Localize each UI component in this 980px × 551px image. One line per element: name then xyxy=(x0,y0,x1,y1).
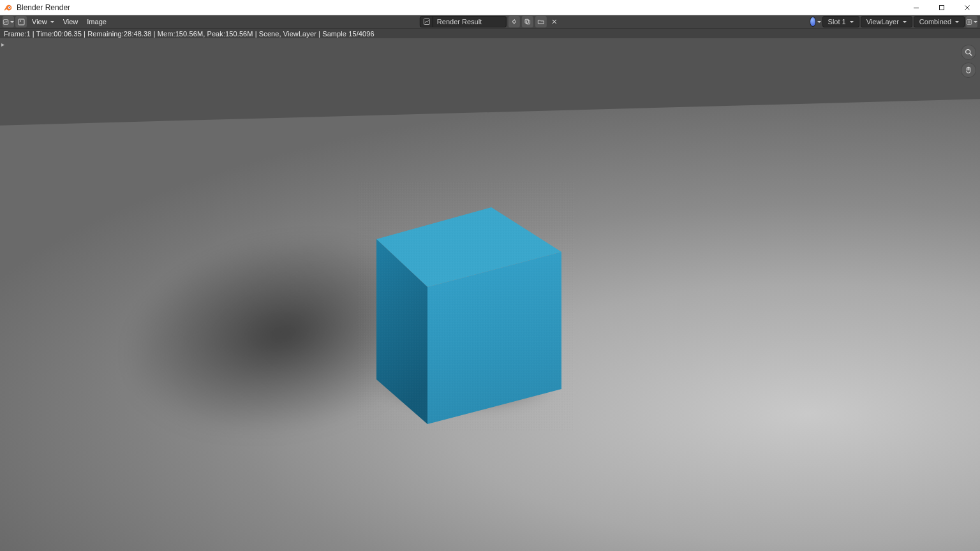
menu-label: View xyxy=(63,18,78,26)
view-menu-2[interactable]: View xyxy=(59,17,82,27)
renderpass-dropdown[interactable]: Combined xyxy=(914,16,965,27)
window-title: Blender Render xyxy=(17,3,70,12)
image-menu[interactable]: Image xyxy=(83,17,110,27)
viewport-zoom-button[interactable] xyxy=(961,45,976,60)
channels-icon xyxy=(966,18,972,26)
copy-icon xyxy=(524,18,531,26)
menu-label: Image xyxy=(87,18,107,26)
titlebar-left: Blender Render xyxy=(0,3,70,12)
rendered-blue-cube: cube-top-face xyxy=(357,182,574,430)
svg-rect-11 xyxy=(968,20,970,23)
x-icon xyxy=(551,18,558,26)
viewport-pan-button[interactable] xyxy=(961,62,976,78)
minimize-icon xyxy=(913,4,919,11)
magnifier-icon xyxy=(964,48,973,57)
svg-rect-3 xyxy=(940,5,944,10)
window-maximize-button[interactable] xyxy=(929,0,954,15)
render-result-image: cube-top-face xyxy=(0,38,980,551)
mode-dropdown[interactable] xyxy=(15,16,27,27)
image-editor-header: View View Image Render Result xyxy=(0,15,980,28)
window-titlebar: Blender Render xyxy=(0,0,980,15)
render-status-line: Frame:1 | Time:00:06.35 | Remaining:28:4… xyxy=(0,28,980,38)
colorspace-swatch-icon xyxy=(810,17,816,27)
titlebar-controls xyxy=(903,0,980,15)
unlink-image-button[interactable] xyxy=(549,16,560,27)
display-channels-dropdown[interactable] xyxy=(966,16,977,27)
image-datablock-icon xyxy=(420,17,433,27)
header-center: Render Result xyxy=(420,16,560,27)
blender-app-icon xyxy=(4,3,13,12)
image-datablock-dropdown[interactable]: Render Result xyxy=(420,16,507,27)
open-image-button[interactable] xyxy=(535,16,547,27)
close-icon xyxy=(964,4,970,11)
slot-label: Slot 1 xyxy=(828,18,846,26)
editor-type-dropdown[interactable] xyxy=(3,16,14,27)
view-mode-icon xyxy=(17,18,26,26)
hand-icon xyxy=(964,66,973,75)
image-editor-icon xyxy=(3,18,9,26)
display-colorspace-dropdown[interactable] xyxy=(810,16,821,27)
maximize-icon xyxy=(939,4,945,11)
image-datablock-label: Render Result xyxy=(433,18,506,26)
window-close-button[interactable] xyxy=(954,0,980,15)
view-menu-1[interactable]: View xyxy=(28,17,58,27)
window-minimize-button[interactable] xyxy=(903,0,929,15)
viewlayer-label: ViewLayer xyxy=(866,18,899,26)
menu-label: View xyxy=(32,18,47,26)
slot-dropdown[interactable]: Slot 1 xyxy=(822,16,859,27)
svg-rect-15 xyxy=(357,182,574,430)
header-right: Slot 1 ViewLayer Combined xyxy=(810,16,977,27)
svg-rect-5 xyxy=(19,19,24,25)
duplicate-button[interactable] xyxy=(522,16,533,27)
renderpass-label: Combined xyxy=(919,18,951,26)
render-viewport[interactable]: ▸ cube-top-face xyxy=(0,38,980,551)
folder-icon xyxy=(537,18,545,26)
viewlayer-dropdown[interactable]: ViewLayer xyxy=(861,16,912,27)
svg-point-2 xyxy=(9,7,10,8)
link-icon xyxy=(510,18,518,26)
svg-point-6 xyxy=(19,20,20,21)
header-left: View View Image xyxy=(0,16,110,27)
fake-user-button[interactable] xyxy=(509,16,520,27)
render-status-text: Frame:1 | Time:00:06.35 | Remaining:28:4… xyxy=(4,30,375,38)
